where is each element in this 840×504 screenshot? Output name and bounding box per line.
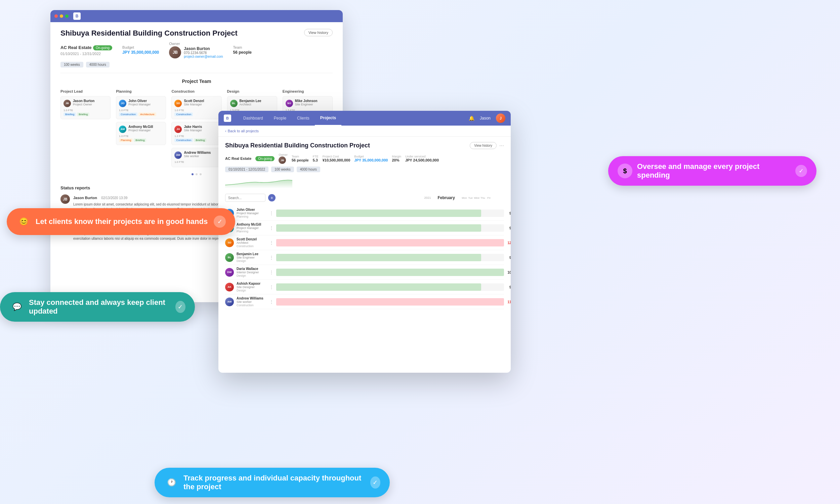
- status-author-1: Jason Burton: [73, 196, 97, 200]
- person-avatar: DW: [225, 268, 234, 277]
- avatar-john: JO: [119, 100, 126, 107]
- fte-jason: 1.0 FTE: [64, 109, 107, 112]
- progress-bar: [276, 239, 504, 247]
- dot-1: [195, 173, 197, 175]
- progress-bar-container: 110%: [276, 298, 504, 306]
- team-count: 56 people: [233, 50, 252, 55]
- dot-yellow: [60, 15, 63, 18]
- breadcrumb-text[interactable]: Back to all projects: [228, 129, 259, 133]
- person-name: Andrew Williams: [237, 296, 267, 300]
- person-dots-icon[interactable]: ⋮: [269, 211, 274, 216]
- nav-username: Jason: [480, 116, 491, 121]
- front-cost-label: Project Cost: [322, 155, 350, 158]
- people-list: JO John Oliver Project Manager Planning …: [225, 206, 504, 309]
- fte-jake: 1.2 FTE: [174, 134, 218, 138]
- pill-connected: 💬 Stay connected and always keep client …: [0, 292, 195, 322]
- nav-item-clients[interactable]: Clients: [292, 111, 315, 126]
- front-under-label: Under serviced: [405, 155, 439, 158]
- person-info: Benjamin Lee Site Engineer Design: [237, 252, 267, 263]
- front-tag-weeks: 100 weeks: [271, 166, 294, 172]
- fte-john: 1.0 FTE: [119, 109, 163, 112]
- budget-label: Budget: [122, 45, 159, 49]
- fte-andrew: 1.0 FTE: [174, 161, 218, 163]
- tag-br: Briefing: [134, 138, 146, 142]
- client-name: AC Real Estate: [60, 45, 91, 50]
- person-dots-icon[interactable]: ⋮: [269, 226, 274, 230]
- person-dots-icon[interactable]: ⋮: [269, 240, 274, 245]
- team-card-jake: JH Jake Harris Site Manager 1.2 FTE Cons…: [171, 122, 222, 145]
- avatar-jake: JH: [174, 126, 182, 133]
- person-dots-icon[interactable]: ⋮: [269, 270, 274, 275]
- budget-section: Budget JPY 35,000,000,000: [122, 45, 159, 55]
- owner-label: Owner: [169, 42, 223, 46]
- person-row: SD Scott Denzel Architect Construction ⋮…: [225, 235, 504, 250]
- pill-spending: $ Oversee and manage every project spend…: [608, 156, 817, 186]
- day-thu: Thu: [480, 196, 486, 199]
- front-view-history-button[interactable]: View history: [470, 142, 496, 149]
- person-dept: Design: [237, 259, 267, 263]
- card-role-andrew: Site worker: [184, 155, 211, 158]
- connected-pill-text: Stay connected and always keep client up…: [29, 298, 171, 316]
- avatar-scott: SD: [174, 100, 182, 107]
- calendar-section: 2021 February Mon Tue Wed Thu Fri: [424, 195, 504, 200]
- tag-con: Construction: [174, 112, 193, 116]
- nav-item-dashboard[interactable]: Dashboard: [238, 111, 268, 126]
- person-dots-icon[interactable]: ⋮: [269, 255, 274, 260]
- progress-label: 120%: [507, 241, 511, 245]
- team-label: Team: [233, 45, 252, 49]
- person-info: Scott Denzel Architect Construction: [237, 237, 267, 248]
- col-design-header: Design: [227, 89, 277, 93]
- card-role-ben: Architect: [240, 103, 261, 106]
- front-status-badge: On-going: [255, 156, 275, 161]
- tags-john: Construction Architecture: [119, 112, 163, 116]
- status-badge: On-going: [93, 45, 112, 50]
- person-info: Daria Wallace Interior Designer Design: [237, 267, 267, 277]
- front-actions: View history ⋯: [470, 142, 504, 149]
- card-name-scott: Scott Denzel: [184, 99, 204, 103]
- owner-phone: 070-1234-5678: [184, 51, 223, 55]
- connected-icon: 💬: [10, 300, 24, 314]
- front-navbar: B Dashboard People Clients Projects 🔔 Ja…: [218, 111, 511, 126]
- owner-avatar: JB: [169, 46, 181, 58]
- card-name-john: John Oliver: [128, 99, 151, 103]
- front-under-col: Under serviced JPY 24,500,000,000: [405, 155, 439, 162]
- dot-red: [54, 15, 58, 18]
- view-history-button[interactable]: View history: [304, 29, 333, 36]
- add-person-button[interactable]: +: [268, 194, 276, 201]
- front-margin-label: Margin: [392, 155, 401, 158]
- team-card-andrew: AW Andrew Williams Site worker 1.0 FTE: [171, 148, 222, 167]
- person-info: Anthony McGill Project Manager Planning: [237, 222, 267, 233]
- nav-item-projects[interactable]: Projects: [315, 111, 342, 126]
- nav-item-people[interactable]: People: [268, 111, 292, 126]
- tags-jason: Briefing Briefing: [64, 112, 107, 116]
- card-role-jake: Site Manager: [184, 129, 202, 132]
- person-row: AM Anthony McGill Project Manager Planni…: [225, 221, 504, 235]
- front-budget-col: Budget JPY 35,000,000,000: [354, 155, 388, 162]
- track-pill-text: Track progress and individual capacity t…: [183, 474, 366, 491]
- front-budget-label: Budget: [354, 155, 388, 158]
- progress-bar: [276, 298, 504, 306]
- notification-bell-icon[interactable]: 🔔: [469, 115, 474, 121]
- team-card-scott: SD Scott Denzel Site Manager 1.0 FTE Con…: [171, 96, 222, 119]
- tag-weeks: 100 weeks: [60, 62, 83, 68]
- front-project-title: Shibuya Residential Building Constructio…: [225, 142, 370, 149]
- front-margin-value: 20%: [392, 158, 401, 162]
- avatar-anthony: AM: [119, 126, 126, 133]
- card-name-andrew: Andrew Williams: [184, 151, 211, 155]
- team-section: Team 56 people: [233, 45, 252, 55]
- search-input[interactable]: [225, 194, 265, 202]
- pill-track: 🕐 Track progress and individual capacity…: [155, 468, 390, 497]
- card-role-jason: Project Owner: [73, 103, 94, 106]
- person-role: Project Manager: [237, 226, 267, 230]
- front-content: Shibuya Residential Building Constructio…: [218, 137, 511, 372]
- more-options-icon[interactable]: ⋯: [499, 143, 504, 148]
- front-under-value: JPY 24,500,000,000: [405, 158, 439, 162]
- progress-bar-container: 90%: [276, 210, 504, 217]
- progress-bar: [276, 269, 504, 276]
- person-dots-icon[interactable]: ⋮: [269, 300, 274, 304]
- person-dots-icon[interactable]: ⋮: [269, 285, 274, 289]
- person-row: DW Daria Wallace Interior Designer Desig…: [225, 265, 504, 280]
- person-info: Ashish Kapoor Site Designer Design: [237, 282, 267, 292]
- col-construction-header: Construction: [171, 89, 222, 93]
- card-role-john: Project Manager: [128, 103, 151, 106]
